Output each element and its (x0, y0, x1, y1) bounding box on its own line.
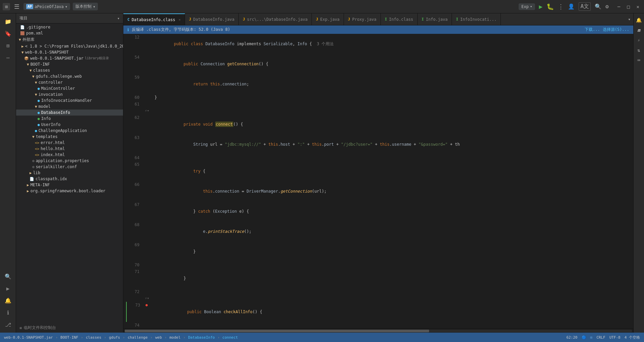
bb-part2[interactable]: BOOT-INF (60, 335, 78, 340)
tab-label-databaseinfo-java: DatabaseInfo.java (193, 17, 234, 22)
rs-notifications-icon[interactable]: 🔔 (635, 16, 643, 24)
tree-item[interactable]: 🟫pom.xml (16, 30, 123, 36)
sidebar-notifications-icon[interactable]: 🔔 (3, 295, 13, 306)
bb-part7[interactable]: model (169, 335, 180, 340)
encoding[interactable]: UTF-8 (609, 335, 621, 340)
tab-databaseinfo-java[interactable]: J DatabaseInfo.java (185, 13, 239, 25)
rs-plugin2-icon[interactable]: ⇅ (635, 46, 643, 54)
bb-part8[interactable]: DatabaseInfo (188, 335, 215, 340)
tree-item[interactable]: ●MainController (16, 85, 123, 91)
tree-item[interactable]: ●UserInfo (16, 122, 123, 128)
tree-item[interactable]: ▼controller (16, 79, 123, 85)
bb-sep2: › (81, 335, 83, 340)
tab-src-databaseinfo[interactable]: J src\...\DatabaseInfo.java (239, 13, 312, 25)
exp-dropdown-icon: ▾ (530, 4, 532, 9)
tree-item[interactable]: 📄classpath.idx (16, 176, 123, 182)
tree-item[interactable]: ▶org.springframework.boot.loader (16, 188, 123, 194)
exp-selector[interactable]: Exp ▾ (519, 3, 535, 10)
debug-button[interactable]: 🐛 (546, 3, 554, 10)
sidebar-search-icon[interactable]: 🔍 (3, 271, 13, 282)
bottombar: web-0.0.1-SNAPSHOT.jar › BOOT-INF › clas… (0, 333, 644, 342)
more-menu-button[interactable]: ⋮ (558, 3, 564, 10)
tab-info-class[interactable]: I Info.class (381, 13, 418, 25)
tree-item[interactable]: ▼model (16, 104, 123, 110)
bb-part5[interactable]: challenge (128, 335, 148, 340)
tree-item[interactable]: 📦web-0.0.1-SNAPSHOT.jarlibrary根目录 (16, 55, 123, 61)
maximize-button[interactable]: □ (625, 3, 632, 10)
tree-item[interactable]: ⚙application.properties (16, 158, 123, 164)
tab-databaseinfo-class[interactable]: C DatabaseInfo.class ✕ (123, 13, 185, 25)
rs-plugin1-icon[interactable]: ⚡ (635, 36, 643, 44)
horizontal-scrollbar[interactable] (123, 329, 633, 333)
tree-item[interactable]: <>hello.html (16, 146, 123, 152)
rs-plugin3-icon[interactable]: ⌨ (635, 56, 643, 64)
bb-part1[interactable]: web-0.0.1-SNAPSHOT.jar (4, 335, 53, 340)
tree-item[interactable]: ●Info (16, 116, 123, 122)
translate-icon[interactable]: A文 (579, 2, 591, 11)
tree-item[interactable]: <>index.html (16, 152, 123, 158)
tab-infoinvocati[interactable]: I InfoInvocati... (452, 13, 501, 25)
tab-exp-java[interactable]: J Exp.java (312, 13, 344, 25)
indent-info[interactable]: 4 个空格 (625, 335, 640, 340)
tree-item[interactable]: ▶lib (16, 170, 123, 176)
tab-info-java[interactable]: I Info.java (418, 13, 452, 25)
tree-item[interactable]: ▼classes (16, 67, 123, 73)
tree-item[interactable]: ▼gdufs.challenge.web (16, 73, 123, 79)
tab-overflow-button[interactable]: ▾ (625, 17, 633, 22)
tree-item[interactable]: ▼web-0.0.1-SNAPSHOT (16, 49, 123, 55)
choose-source-link[interactable]: 选择源(S)... (603, 27, 629, 32)
tab-icon-invocati: I (456, 17, 458, 21)
code-editor[interactable]: 12 public class DatabaseInfo implements … (123, 34, 633, 329)
bb-sep5: › (150, 335, 153, 340)
run-button[interactable]: ▶ (539, 3, 543, 10)
cursor-position[interactable]: 62:20 (566, 335, 577, 340)
code-line-63: 63 String url = "jdbc:mysql://" + this.h… (126, 134, 633, 154)
code-content[interactable]: 12 public class DatabaseInfo implements … (123, 34, 633, 329)
account-icon[interactable]: 👤 (568, 3, 575, 10)
tab-proxy-java[interactable]: J Proxy.java (344, 13, 381, 25)
sidebar-git-icon[interactable]: ⎇ (3, 319, 13, 330)
close-button[interactable]: ✕ (635, 3, 641, 10)
tab-label-invocati: InfoInvocati... (460, 17, 496, 22)
tree-item[interactable]: ▼invocation (16, 91, 123, 97)
tree-item[interactable]: ▼外部库 (16, 36, 123, 43)
bb-part3[interactable]: classes (86, 335, 101, 340)
tree-item[interactable]: ▼BOOT-INF (16, 61, 123, 67)
tab-icon-class: C (127, 17, 130, 22)
tree-item[interactable]: ●DatabaseInfo (16, 110, 123, 116)
bb-sep7: › (183, 335, 186, 340)
tree-item[interactable]: ⚙serialkiller.conf (16, 164, 123, 170)
download-link[interactable]: 下载... (585, 27, 600, 32)
sidebar-project-icon[interactable]: 📁 (3, 16, 13, 27)
tree-item[interactable]: <>error.html (16, 140, 123, 146)
settings-icon[interactable]: ⚙ (605, 3, 609, 10)
tab-label-info-java: Info.java (426, 17, 448, 22)
sidebar-bookmark-icon[interactable]: 🔖 (3, 28, 13, 39)
sidebar-structure-icon[interactable]: ⊞ (3, 40, 13, 51)
project-selector[interactable]: AP aPeiceOfJava ▾ (23, 3, 70, 10)
vcs-dropdown-icon: ▾ (93, 4, 95, 9)
sidebar-more-icon[interactable]: ⋯ (3, 52, 13, 63)
tree-item[interactable]: ●ChallengeApplication (16, 128, 123, 134)
sidebar-run-icon[interactable]: ▶ (3, 283, 13, 294)
rs-ai-icon[interactable]: m (635, 26, 643, 34)
line-ending[interactable]: CRLF (596, 335, 605, 340)
tab-close-databaseinfo[interactable]: ✕ (179, 18, 181, 21)
tree-item[interactable]: ●InfoInvocationHandler (16, 97, 123, 104)
tree-item[interactable]: ▶META-INF (16, 182, 123, 188)
tree-item[interactable]: 📄.gitignore (16, 24, 123, 30)
vcs-selector[interactable]: 版本控制 ▾ (73, 3, 98, 10)
filetree-dropdown-icon[interactable]: ▾ (117, 16, 120, 21)
bb-part4[interactable]: gdufs (109, 335, 120, 340)
tree-item[interactable]: ▼templates (16, 134, 123, 140)
bb-sep6: › (165, 335, 167, 340)
hamburger-menu[interactable]: ☰ (13, 2, 21, 11)
search-icon[interactable]: 🔍 (595, 3, 601, 10)
sidebar-info-icon[interactable]: ℹ (3, 307, 13, 318)
tree-item[interactable]: ▶< 1.8 > C:\Program Files\Java\jdk1.8.0_… (16, 43, 123, 49)
bb-part9[interactable]: connect (222, 335, 238, 340)
bb-part6[interactable]: web (155, 335, 162, 340)
info-icon: ℹ (127, 27, 129, 32)
temp-files-item[interactable]: ≡ 临时文件和控制台 (16, 323, 123, 333)
minimize-button[interactable]: ─ (616, 3, 622, 10)
